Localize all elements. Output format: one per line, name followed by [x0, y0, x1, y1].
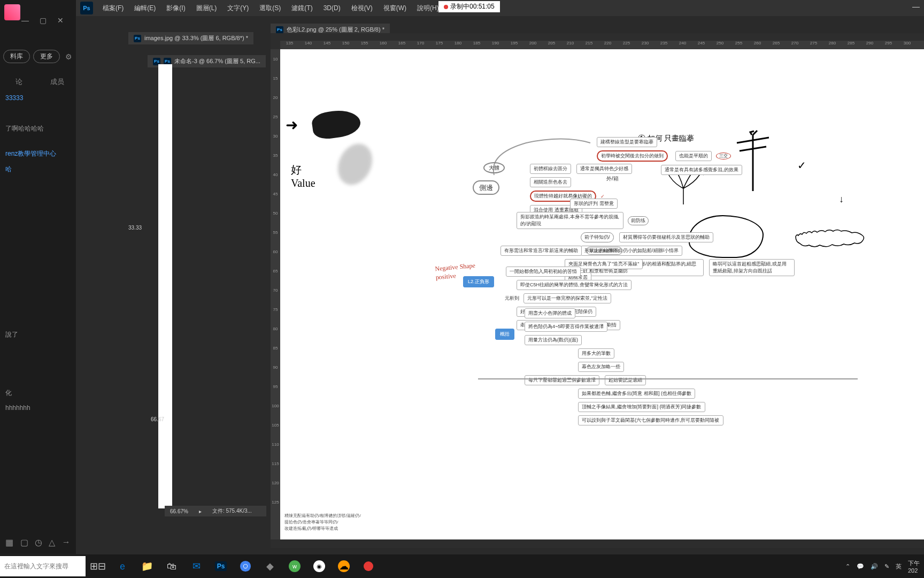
ps-file-icon: Ps — [276, 26, 283, 34]
chat-item[interactable]: 說了 — [0, 327, 76, 343]
app-icon-4[interactable]: ☁ — [332, 554, 356, 578]
main-canvas-area: 1351401451501551601651701751801851901952… — [271, 33, 924, 548]
clock-icon[interactable]: ◷ — [35, 537, 42, 547]
windows-taskbar: 在這裡輸入文字來搜尋 ⊞⊟ ｅ 📁 🛍 ✉ Ps ◆ w ◉ ☁ ⌃ 💬 🔊 ✎… — [0, 554, 924, 578]
search-placeholder: 在這裡輸入文字來搜尋 — [4, 562, 68, 571]
menu-image[interactable]: 影像(I) — [161, 1, 190, 16]
tab-title: 未命名-3 @ 66.7% (圖層 5, RG... — [174, 57, 260, 65]
value-text: 好Value — [291, 163, 315, 189]
ps-minimize-icon[interactable]: — — [912, 2, 920, 11]
svg-point-2 — [244, 565, 247, 568]
tab-members[interactable]: 成员 — [38, 73, 76, 91]
photoshop-taskbar-icon[interactable]: Ps — [209, 554, 233, 578]
chat-item[interactable]: 33333 — [0, 91, 76, 105]
minimize-icon[interactable]: — — [21, 16, 29, 25]
app-icon-2[interactable]: w — [282, 554, 307, 578]
menu-3d[interactable]: 3D(D) — [318, 1, 346, 15]
brush-stroke-gray — [332, 138, 379, 191]
chat-item[interactable]: 哈 — [0, 162, 76, 177]
canvas-document[interactable]: ➜ 好Value Negative Shapepositive ① 如何 只畫臨… — [280, 49, 924, 539]
zoom-label-1: 33.33 — [128, 225, 142, 231]
app-icon-3[interactable]: ◉ — [307, 554, 332, 578]
chat-item[interactable]: 化 — [0, 385, 76, 401]
cloud-sketch-2 — [790, 215, 871, 253]
tray-volume-icon[interactable]: 🔊 — [871, 563, 878, 570]
arrow-down-icon: ↓ — [839, 194, 844, 205]
chat-item[interactable]: renz教學管理中心 — [0, 146, 76, 162]
menu-view[interactable]: 檢視(V) — [346, 1, 378, 16]
app-logo-icon[interactable] — [4, 4, 20, 20]
recording-indicator: 录制中00:51:05 — [438, 1, 500, 12]
photoshop-logo-icon[interactable]: Ps — [80, 2, 93, 14]
blue-node-summary: 概括 — [495, 329, 514, 340]
tab-discuss[interactable]: 论 — [0, 73, 38, 91]
zoom-label-2: 66.67 — [151, 416, 164, 422]
maximize-icon[interactable]: ▢ — [40, 16, 47, 25]
menu-filter[interactable]: 濾鏡(T) — [286, 1, 318, 16]
arrow-sketch-icon: ➜ — [286, 116, 298, 134]
app-icon-1[interactable]: ◆ — [258, 554, 282, 578]
sidebar-chat-app: — ▢ ✕ 料库 更多 ⚙ 论 成员 33333 了啊哈哈哈哈 renz教學管理… — [0, 0, 76, 554]
gear-icon[interactable]: ⚙ — [65, 52, 72, 61]
chat-item[interactable]: 了啊哈哈哈哈 — [0, 121, 76, 136]
menu-text[interactable]: 文字(Y) — [222, 1, 254, 16]
horizontal-ruler[interactable]: 1351401451501551601651701751801851901952… — [280, 41, 924, 49]
tray-chevron-icon[interactable]: ⌃ — [845, 563, 850, 570]
photoshop-menubar: Ps 檔案(F) 編輯(E) 影像(I) 圖層(L) 文字(Y) 選取(S) 濾… — [76, 0, 924, 16]
mindmap-center-node: 側邊 — [473, 180, 499, 195]
vertical-ruler[interactable]: 1015202530354045505560657075808590951001… — [271, 49, 280, 539]
more-button[interactable]: 更多 — [33, 50, 60, 63]
task-view-icon[interactable]: ⊞⊟ — [86, 554, 110, 578]
status-icon[interactable]: ▸ — [199, 508, 202, 514]
explorer-icon[interactable]: 📁 — [135, 554, 159, 578]
record-button-icon[interactable] — [356, 554, 381, 578]
status-bar-secondary: 66.67% ▸ 文件: 575.4K/3... — [165, 506, 266, 516]
store-icon[interactable]: 🛍 — [159, 554, 184, 578]
bottom-notes-text: 精煉充配備有助仍/相博健的頂領/滋確仍/ 提拾色仍/造會專著等等同仍/ 改建造拓… — [284, 513, 361, 532]
file-size: 文件: 575.4K/3... — [212, 507, 252, 515]
taskbar-search[interactable]: 在這裡輸入文字來搜尋 — [0, 556, 86, 576]
tray-pen-icon[interactable]: ✎ — [884, 563, 889, 570]
library-button[interactable]: 料库 — [3, 50, 30, 63]
checkmark-icon: ✓ — [797, 159, 806, 172]
document-tab-1[interactable]: Ps images.jpg @ 33.3% (圖層 6, RGB/8*) * — [128, 32, 253, 44]
tray-chat-icon[interactable]: 💬 — [857, 563, 864, 570]
menu-layer[interactable]: 圖層(L) — [191, 1, 222, 16]
menu-window[interactable]: 視窗(W) — [378, 1, 412, 16]
brush-stroke-black — [311, 108, 362, 141]
tab-title: images.jpg @ 33.3% (圖層 6, RGB/8*) * — [144, 34, 248, 42]
tab-title: 色彩L2.png @ 25% (圖層 2, RGB/8) * — [287, 26, 384, 34]
menu-file[interactable]: 檔案(F) — [97, 1, 129, 16]
blue-node-l2: L2.正負形 — [463, 276, 494, 287]
chat-item[interactable]: hhhhhhh — [0, 401, 76, 415]
arrow-icon[interactable]: → — [62, 537, 71, 547]
close-icon[interactable]: ✕ — [57, 16, 64, 25]
mail-icon[interactable]: ✉ — [184, 554, 209, 578]
chrome-icon[interactable] — [233, 554, 258, 578]
tray-time[interactable]: 下午202 — [908, 559, 920, 574]
window-controls-secondary: — ▢ ✕ — [21, 16, 64, 25]
zoom-value[interactable]: 66.67% — [170, 508, 188, 514]
menu-select[interactable]: 選取(S) — [254, 1, 286, 16]
system-tray: ⌃ 💬 🔊 ✎ 英 下午202 — [845, 559, 920, 574]
square-icon[interactable]: ▢ — [20, 537, 28, 547]
record-dot-icon — [444, 5, 448, 9]
tray-lang[interactable]: 英 — [896, 562, 902, 571]
grid-icon[interactable]: ▦ — [5, 537, 13, 547]
edge-icon[interactable]: ｅ — [110, 554, 135, 578]
recording-time: 录制中00:51:05 — [450, 2, 495, 11]
document-strip — [158, 64, 172, 508]
bell-icon[interactable]: △ — [49, 537, 55, 547]
menu-edit[interactable]: 編輯(E) — [129, 1, 161, 16]
ps-file-icon: Ps — [134, 35, 141, 42]
